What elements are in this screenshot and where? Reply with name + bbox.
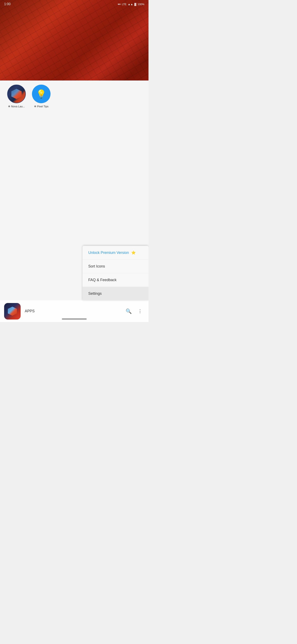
wallpaper [0,0,148,80]
status-icons: ▾▾ LTE ▲▲ ▓ 100% [118,3,144,6]
battery-label: 100% [138,3,144,6]
battery-icon: ▓ [134,3,136,6]
faq-feedback-item[interactable]: FAQ & Feedback [82,273,148,287]
dock-apps-label: APPS [25,309,124,313]
more-icon: ⋮ [138,308,142,314]
context-menu: Unlock Premium Version ⭐ Sort Icons FAQ … [82,246,148,300]
signal-icon: ▲▲ [128,3,133,6]
status-bar: 1:00 ▾▾ LTE ▲▲ ▓ 100% [0,0,148,8]
app-icons-row: ❄ ❄ Nova Lau... ❄ ❄ Pixel Tips [0,80,148,112]
pixel-tips-label: ❄ Pixel Tips [31,105,51,108]
unlock-premium-label: Unlock Premium Version [88,250,129,255]
nova-launcher-icon-item[interactable]: ❄ ❄ Nova Lau... [6,85,27,108]
sort-icons-label: Sort Icons [88,264,105,268]
pixel-tips-icon-item[interactable]: ❄ ❄ Pixel Tips [31,85,51,108]
nova-launcher-icon: ❄ [7,85,26,103]
settings-item[interactable]: Settings [82,287,148,300]
premium-star-icon: ⭐ [131,250,136,255]
wifi-icon: ▾▾ [118,3,121,6]
dock-search-button[interactable]: 🔍 [124,307,133,316]
settings-label: Settings [88,292,102,296]
status-time: 1:00 [4,2,10,6]
launcher-area: ❄ ❄ Nova Lau... ❄ ❄ Pixel Tips Unlock Pr… [0,80,148,322]
snowflake-badge-pixel: ❄ [32,85,34,88]
snowflake-badge-nova: ❄ [7,85,10,88]
faq-feedback-label: FAQ & Feedback [88,278,117,282]
nova-launcher-label: ❄ Nova Lau... [6,105,27,108]
sort-icons-item[interactable]: Sort Icons [82,260,148,273]
home-indicator [62,318,87,320]
lte-label: LTE [122,3,127,6]
dock-nova-launcher-icon[interactable] [4,303,21,320]
unlock-premium-item[interactable]: Unlock Premium Version ⭐ [82,246,148,260]
dock-more-button[interactable]: ⋮ [135,307,144,316]
search-icon: 🔍 [126,308,132,314]
pixel-tips-icon: ❄ [32,85,50,103]
